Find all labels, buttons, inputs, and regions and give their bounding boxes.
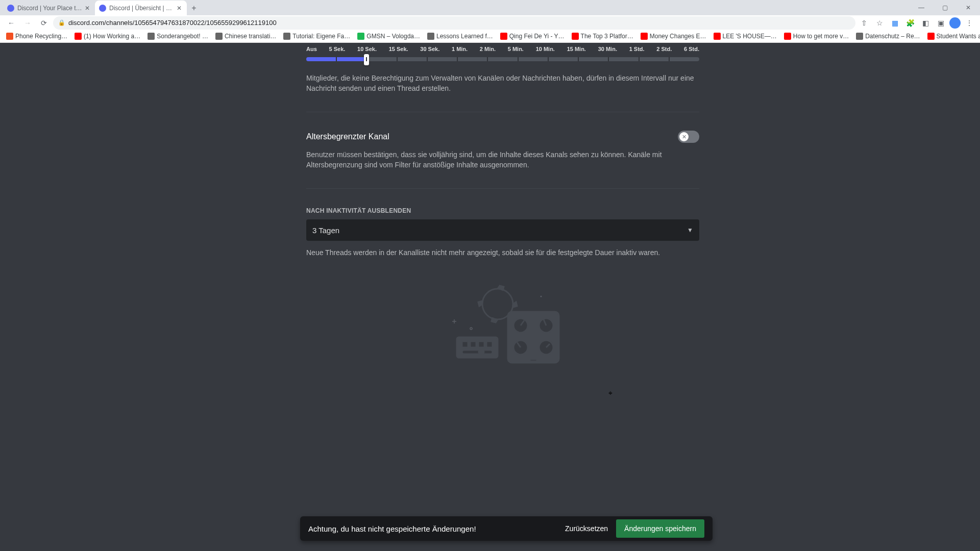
bookmark-item[interactable]: Money Changes E…	[638, 32, 709, 41]
bookmark-favicon-icon	[927, 33, 935, 40]
tab-strip: Discord | Your Place to Talk an ✕ Discor…	[0, 0, 980, 15]
reset-button[interactable]: Zurücksetzen	[557, 520, 616, 537]
bookmark-favicon-icon	[572, 33, 579, 40]
facebook-ext-icon[interactable]: ▦	[888, 16, 901, 30]
bookmark-item[interactable]: Student Wants an…	[924, 32, 980, 41]
slider-tick	[639, 57, 640, 61]
slider-tick	[457, 57, 458, 61]
bookmark-favicon-icon	[856, 33, 863, 40]
slider-tick-label: 10 Sek.	[357, 46, 377, 52]
close-icon[interactable]: ✕	[84, 5, 91, 12]
settings-content: Aus5 Sek.10 Sek.15 Sek.30 Sek.1 Min.2 Mi…	[306, 43, 699, 551]
slowmode-slider[interactable]	[306, 57, 699, 61]
svg-rect-13	[470, 341, 476, 347]
browser-chrome: Discord | Your Place to Talk an ✕ Discor…	[0, 0, 980, 43]
slider-tick	[366, 57, 367, 61]
slider-tick-label: 2 Min.	[480, 46, 496, 52]
bookmark-label: The Top 3 Platfor…	[581, 33, 633, 40]
star-icon[interactable]: ☆	[873, 16, 886, 30]
divider	[306, 188, 699, 189]
slider-tick-label: 1 Std.	[629, 46, 645, 52]
bookmark-label: LEE 'S HOUSE—…	[723, 33, 777, 40]
extension-icon[interactable]: ▣	[934, 16, 947, 30]
svg-rect-10	[530, 359, 537, 361]
bookmark-item[interactable]: Datenschutz – Re…	[853, 32, 923, 41]
slider-tick-label: 6 Std.	[684, 46, 699, 52]
chevron-down-icon: ▼	[687, 227, 693, 234]
bookmark-label: Tutorial: Eigene Fa…	[292, 33, 350, 40]
menu-dots-icon[interactable]: ⋮	[963, 16, 976, 30]
svg-rect-15	[486, 341, 493, 347]
slider-tick	[578, 57, 579, 61]
bookmark-bar: Phone Recycling…(1) How Working a…Sonder…	[0, 30, 980, 42]
url-input[interactable]: 🔒 discord.com/channels/10565479476318700…	[53, 16, 855, 30]
reload-icon[interactable]: ⟳	[37, 16, 51, 30]
tab-title: Discord | Übersicht | Server v	[109, 5, 176, 12]
bookmark-item[interactable]: Tutorial: Eigene Fa…	[280, 32, 353, 41]
toggle-knob-off: ✕	[679, 132, 689, 141]
slider-tick-label: 5 Min.	[508, 46, 524, 52]
tab-active[interactable]: Discord | Übersicht | Server v ✕	[95, 1, 187, 15]
settings-illustration	[306, 284, 699, 370]
bookmark-item[interactable]: LEE 'S HOUSE—…	[710, 32, 780, 41]
bookmark-label: Chinese translati…	[225, 33, 276, 40]
extension-icon[interactable]: ◧	[919, 16, 932, 30]
bookmark-item[interactable]: GMSN – Vologda…	[354, 32, 423, 41]
bookmark-favicon-icon	[357, 33, 364, 40]
divider	[306, 112, 699, 112]
inactivity-value: 3 Tagen	[312, 226, 339, 235]
bookmark-favicon-icon	[215, 33, 223, 40]
share-icon[interactable]: ⇧	[857, 16, 871, 30]
slider-tick	[397, 57, 398, 61]
back-icon[interactable]: ←	[4, 16, 18, 30]
bookmark-favicon-icon	[784, 33, 791, 40]
inactivity-select[interactable]: 3 Tagen ▼	[306, 219, 699, 241]
bookmark-label: Money Changes E…	[650, 33, 706, 40]
slider-tick	[608, 57, 609, 61]
slider-tick-label: 15 Sek.	[389, 46, 408, 52]
bookmark-favicon-icon	[75, 33, 82, 40]
bookmark-item[interactable]: How to get more v…	[781, 32, 852, 41]
slider-tick	[487, 57, 488, 61]
bookmark-favicon-icon	[500, 33, 507, 40]
slider-tick	[548, 57, 549, 61]
slowmode-description: Mitglieder, die keine Berechtigung zum V…	[306, 73, 699, 93]
puzzle-ext-icon[interactable]: 🧩	[903, 16, 917, 30]
tab-title: Discord | Your Place to Talk an	[17, 5, 84, 12]
bookmark-favicon-icon	[6, 33, 13, 40]
url-text: discord.com/channels/1056547947631870022…	[68, 19, 277, 27]
svg-rect-16	[462, 350, 493, 354]
close-icon[interactable]: ✕	[176, 5, 183, 12]
bookmark-item[interactable]: Sonderangebot! …	[144, 32, 211, 41]
svg-rect-14	[478, 341, 484, 347]
bookmark-item[interactable]: (1) How Working a…	[71, 32, 143, 41]
minimize-icon[interactable]: —	[910, 0, 933, 15]
bookmark-item[interactable]: Lessons Learned f…	[424, 32, 496, 41]
svg-point-18	[541, 295, 542, 297]
slider-tick-label: 30 Min.	[598, 46, 617, 52]
bookmark-label: (1) How Working a…	[84, 33, 140, 40]
age-restricted-title: Altersbegrenzter Kanal	[306, 132, 389, 141]
save-button[interactable]: Änderungen speichern	[616, 519, 704, 538]
age-restricted-toggle[interactable]: ✕	[678, 131, 699, 143]
bookmark-label: GMSN – Vologda…	[366, 33, 420, 40]
window-controls: — ▢ ✕	[910, 0, 980, 15]
lock-icon: 🔒	[58, 19, 65, 26]
slider-tick-label: 10 Min.	[536, 46, 555, 52]
close-window-icon[interactable]: ✕	[957, 0, 980, 15]
inactivity-label: NACH INAKTIVITÄT AUSBLENDEN	[306, 207, 699, 214]
bookmark-label: Sonderangebot! …	[157, 33, 208, 40]
tab-inactive[interactable]: Discord | Your Place to Talk an ✕	[3, 1, 95, 15]
bookmark-item[interactable]: Chinese translati…	[212, 32, 279, 41]
address-bar: ← → ⟳ 🔒 discord.com/channels/10565479476…	[0, 15, 980, 30]
bookmark-label: Student Wants an…	[937, 33, 980, 40]
discord-favicon-icon	[7, 5, 14, 12]
discord-favicon-icon	[99, 5, 106, 12]
new-tab-button[interactable]: +	[187, 1, 201, 15]
svg-point-21	[470, 328, 472, 330]
bookmark-item[interactable]: Phone Recycling…	[3, 32, 70, 41]
profile-avatar[interactable]	[949, 17, 961, 29]
bookmark-item[interactable]: The Top 3 Platfor…	[569, 32, 636, 41]
bookmark-item[interactable]: Qing Fei De Yi - Y…	[497, 32, 568, 41]
maximize-icon[interactable]: ▢	[933, 0, 957, 15]
